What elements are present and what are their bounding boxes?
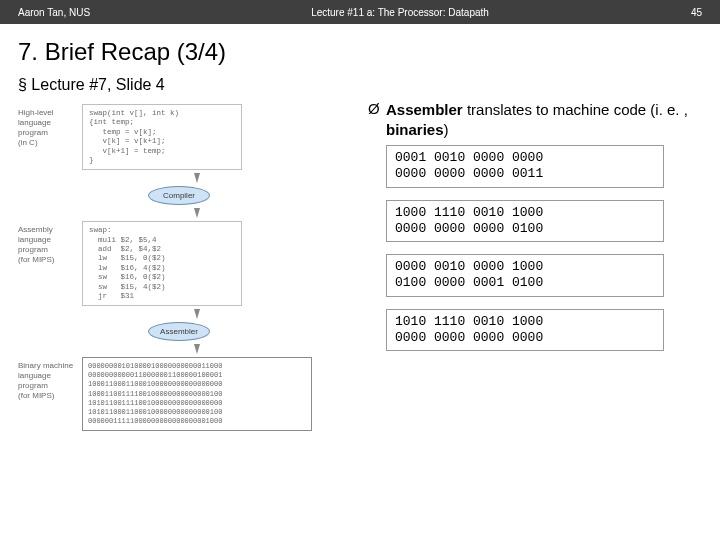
machine-code-group: 0001 0010 0000 0000 0000 0000 0000 0011 … <box>386 145 702 351</box>
stage-high-level: High-level language program (in C) swap(… <box>18 104 348 170</box>
bin-label: Binary machine language program (for MIP… <box>18 357 82 401</box>
asm-code: swap: muli $2, $5,4 add $2, $4,$2 lw $15… <box>82 221 242 306</box>
bullet-marker-icon: Ø <box>368 100 386 139</box>
stage-assembly: Assembly language program (for MIPS) swa… <box>18 221 348 306</box>
content-area: Lecture #7, Slide 4 High-level language … <box>0 76 720 431</box>
compiler-oval: Compiler <box>148 186 210 205</box>
left-column: Lecture #7, Slide 4 High-level language … <box>18 76 348 431</box>
assembler-oval: Assembler <box>148 322 210 341</box>
machine-code-block-2: 1000 1110 0010 1000 0000 0000 0000 0100 <box>386 200 664 243</box>
subheading: Lecture #7, Slide 4 <box>18 76 348 94</box>
page-title: 7. Brief Recap (3/4) <box>18 38 702 66</box>
hl-code: swap(int v[], int k) {int temp; temp = v… <box>82 104 242 170</box>
author-text: Aaron Tan, NUS <box>18 7 158 18</box>
arrow-down-icon <box>194 173 200 183</box>
bin-code: 00000000101000010000000000011000 0000000… <box>82 357 312 431</box>
slide-number: 45 <box>642 7 702 18</box>
stage-binary: Binary machine language program (for MIP… <box>18 357 348 431</box>
hl-label: High-level language program (in C) <box>18 104 82 148</box>
right-column: Ø Assembler translates to machine code (… <box>348 76 702 431</box>
arrow-down-icon <box>194 344 200 354</box>
machine-code-block-3: 0000 0010 0000 1000 0100 0000 0001 0100 <box>386 254 664 297</box>
slide-top-bar: Aaron Tan, NUS Lecture #11 a: The Proces… <box>0 0 720 24</box>
arrow-down-icon <box>194 309 200 319</box>
asm-label: Assembly language program (for MIPS) <box>18 221 82 265</box>
assembler-text: Assembler translates to machine code (i.… <box>386 100 702 139</box>
machine-code-block-4: 1010 1110 0010 1000 0000 0000 0000 0000 <box>386 309 664 352</box>
arrow-down-icon <box>194 208 200 218</box>
bold-binaries: binaries <box>386 121 444 138</box>
compilation-diagram: High-level language program (in C) swap(… <box>18 104 348 431</box>
bold-assembler: Assembler <box>386 101 463 118</box>
lecture-title: Lecture #11 a: The Processor: Datapath <box>158 7 642 18</box>
assembler-bullet: Ø Assembler translates to machine code (… <box>368 100 702 139</box>
machine-code-block-1: 0001 0010 0000 0000 0000 0000 0000 0011 <box>386 145 664 188</box>
